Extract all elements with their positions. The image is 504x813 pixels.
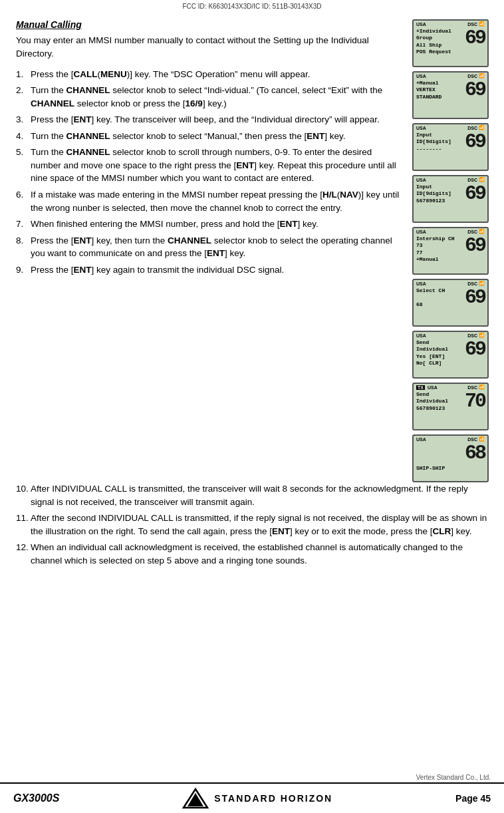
footer-page-label: Page 45 — [455, 793, 491, 804]
lcd-4-usa: USA — [416, 178, 426, 182]
lcd-display-1: USA DSC 📶 +IndividualGroupAll ShipPOS Re… — [412, 19, 489, 67]
lcd-4-body: InputID[9digits]567890123 69 — [414, 183, 487, 205]
lcd-9-number: 68 — [465, 443, 485, 463]
step-9: 9. Press the [ENT] key again to transmit… — [16, 263, 404, 277]
lcd-6-number: 69 — [465, 287, 485, 307]
step-12: 12. When an individual call acknowledgme… — [16, 541, 492, 567]
lcd-7-left: SendIndividualYes [ENT]No[ CLR] — [416, 339, 448, 367]
step-8-channel: CHANNEL — [168, 236, 211, 245]
lcd-5-body: Intership CH7377+Manual 69 — [414, 235, 487, 264]
lcd-9-dsc-area: DSC 📶 — [467, 436, 485, 442]
tx-indicator: TX — [416, 385, 425, 390]
step-7-key: ENT — [279, 219, 297, 229]
step-11-clr: CLR — [433, 526, 451, 536]
step-6-key: H/L — [322, 190, 337, 200]
step-3-num: 3. — [16, 113, 31, 126]
lcd-display-7: USA DSC 📶 SendIndividualYes [ENT]No[ CLR… — [412, 331, 489, 379]
step-7: 7. When finished entering the MMSI numbe… — [16, 218, 404, 231]
lcd-2-signal-icon: 📶 — [479, 73, 485, 79]
lcd-display-9: USA DSC 📶 68 SHIP-SHIP — [412, 434, 489, 482]
step-2-channel2: CHANNEL — [31, 98, 74, 108]
step-9-num: 9. — [16, 263, 31, 277]
step-9-key: ENT — [74, 265, 92, 275]
main-content: Manual Calling You may enter an MMSI num… — [0, 11, 504, 482]
lcd-7-number: 69 — [465, 339, 485, 359]
steps-continuation: 10. After INDIVIDUAL CALL is transmitted… — [0, 482, 504, 567]
step-1-num: 1. — [16, 68, 31, 81]
footer-logo-area: STANDARD HORIZON — [182, 788, 332, 809]
lcd-5-signal-icon: 📶 — [479, 229, 485, 234]
lcd-2-left: +ManualVERTEXSTANDARD — [416, 80, 441, 100]
text-column: Manual Calling You may enter an MMSI num… — [16, 19, 412, 482]
step-11-num: 11. — [16, 512, 31, 538]
lcd-9-bottom-text: SHIP-SHIP — [414, 465, 487, 471]
lcd-1-usa: USA — [416, 22, 426, 27]
step-11-text: After the second INDIVIDUAL CALL is tran… — [31, 512, 492, 538]
step-5-channel: CHANNEL — [66, 147, 110, 157]
lcd-9-dsc: DSC — [467, 437, 477, 442]
step-12-num: 12. — [16, 541, 31, 567]
section-title: Manual Calling — [16, 19, 404, 30]
step-7-text: When finished entering the MMSI number, … — [31, 218, 404, 231]
lcd-1-body: +IndividualGroupAll ShipPOS Request 69 — [414, 27, 487, 57]
lcd-1-dsc-area: DSC 📶 — [467, 21, 485, 27]
step-4-channel: CHANNEL — [66, 131, 110, 141]
lcd-5-left: Intership CH7377+Manual — [416, 236, 455, 263]
step-2-key: 16/9 — [186, 98, 203, 108]
step-6-num: 6. — [16, 188, 31, 202]
lcd-8-left-header: TX USA — [416, 385, 438, 390]
lcd-8-usa: USA — [428, 385, 438, 390]
step-6: 6. If a mistake was made entering in the… — [16, 188, 404, 214]
intro-paragraph: You may enter an MMSI number manually to… — [16, 34, 404, 61]
lcd-1-number: 69 — [465, 28, 485, 48]
lcd-8-left: SendIndividual567890123 — [416, 391, 448, 412]
svg-marker-1 — [188, 793, 203, 806]
lcd-4-left: InputID[9digits]567890123 — [416, 184, 451, 204]
step-8-num: 8. — [16, 234, 31, 247]
step-4: 4. Turn the CHANNEL selector knob to sel… — [16, 130, 404, 143]
lcd-8-dsc-area: DSC 📶 — [467, 385, 485, 390]
lcd-2-body: +ManualVERTEXSTANDARD 69 — [414, 79, 487, 101]
step-6-key2: NAV — [340, 190, 358, 200]
lcd-4-dsc: DSC — [467, 178, 477, 182]
step-4-num: 4. — [16, 130, 31, 143]
step-1: 1. Press the [CALL(MENU)] key. The “DSC … — [16, 68, 404, 81]
lcd-2-dsc-area: DSC 📶 — [467, 73, 485, 79]
steps-list: 1. Press the [CALL(MENU)] key. The “DSC … — [16, 68, 404, 277]
lcd-9-usa: USA — [416, 437, 426, 442]
lcd-9-body: 68 — [414, 442, 487, 464]
lcd-3-signal-icon: 📶 — [479, 125, 485, 130]
lcd-3-dsc-area: DSC 📶 — [467, 125, 485, 130]
lcd-3-usa: USA — [416, 126, 426, 130]
lcd-1-signal-icon: 📶 — [479, 21, 485, 27]
lcd-3-number: 69 — [465, 132, 485, 152]
footer-brand-text: STANDARD HORIZON — [214, 793, 332, 804]
footer-bar: GX3000S STANDARD HORIZON Page 45 — [0, 782, 504, 813]
lcd-3-body: InputID[9digits]-------- 69 — [414, 131, 487, 153]
step-5-text: Turn the CHANNEL selector knob to scroll… — [31, 146, 404, 185]
lcd-6-dsc: DSC — [467, 281, 477, 286]
lcd-display-4: USA DSC 📶 InputID[9digits]567890123 69 — [412, 175, 489, 223]
lcd-2-number: 69 — [465, 80, 485, 100]
step-12-text: When an individual call acknowledgment i… — [31, 541, 492, 567]
lcd-4-signal-icon: 📶 — [479, 177, 485, 182]
step-1-key: CALL — [74, 69, 98, 79]
lcd-display-2: USA DSC 📶 +ManualVERTEXSTANDARD 69 — [412, 71, 489, 119]
lcd-display-5: USA DSC 📶 Intership CH7377+Manual 69 — [412, 227, 489, 275]
step-3-key: ENT — [74, 114, 92, 124]
lcd-1-left: +IndividualGroupAll ShipPOS Request — [416, 28, 451, 56]
lcd-5-usa: USA — [416, 230, 426, 234]
lcd-display-3: USA DSC 📶 InputID[9digits]-------- 69 — [412, 123, 489, 171]
lcd-display-8: TX USA DSC 📶 SendIndividual567890123 70 — [412, 383, 489, 430]
step-9-text: Press the [ENT] key again to transmit th… — [31, 263, 404, 277]
lcd-4-number: 69 — [465, 184, 485, 204]
step-1-key2: MENU — [100, 69, 127, 79]
lcd-1-dsc: DSC — [467, 22, 477, 27]
step-4-key: ENT — [307, 131, 324, 141]
step-5-key: ENT — [236, 160, 254, 170]
step-7-num: 7. — [16, 218, 31, 231]
fcc-id-text: FCC ID: K6630143X3D/IC ID: 511B-30143X3D — [183, 3, 322, 10]
vertex-credit: Vertex Standard Co., Ltd. — [0, 772, 504, 782]
step-10-num: 10. — [16, 482, 31, 508]
standard-horizon-logo-icon — [182, 788, 209, 809]
